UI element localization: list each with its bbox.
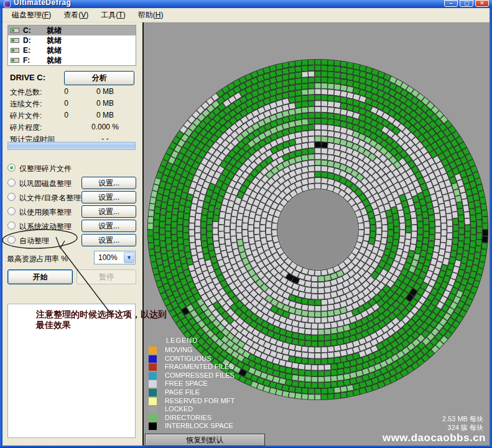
- block-size-text: 2.53 MB 每块: [442, 414, 483, 424]
- legend-label-1: CONTIGUOUS: [165, 355, 211, 362]
- method-row-4: 以系统波动整理设置...: [2, 220, 142, 233]
- progress-bar: [7, 142, 136, 150]
- legend-swatch-2: [149, 363, 157, 371]
- settings-button-3[interactable]: 设置...: [81, 205, 136, 218]
- stats-count: 0: [46, 87, 68, 96]
- disk-view-panel: LEGEND MOVINGCONTIGUOUSFRAGMENTED FILESC…: [142, 22, 490, 446]
- log-listbox[interactable]: [7, 304, 136, 438]
- legend-swatch-0: [149, 347, 157, 354]
- pause-button: 暂停: [77, 269, 136, 284]
- legend-swatch-6: [149, 398, 157, 405]
- method-label[interactable]: 以系统波动整理: [19, 222, 72, 232]
- legend-label-3: COMPRESSED FILES: [165, 371, 234, 379]
- legend-title: LEGEND: [166, 337, 198, 344]
- drive-icon: [11, 28, 19, 33]
- app-icon: [4, 1, 11, 7]
- radio-unselected-2[interactable]: [7, 193, 16, 201]
- drive-row-E[interactable]: E:就绪: [8, 45, 136, 55]
- app-window: UltimateDefrag – ▢ ✕ 磁盘整理(F)查看(V)工具(T)帮助…: [0, 0, 492, 448]
- drive-icon: [11, 58, 19, 63]
- method-row-1: 以巩固磁盘整理设置...: [2, 177, 142, 190]
- start-button[interactable]: 开始: [7, 269, 73, 284]
- resource-dropdown[interactable]: 100% ▼: [94, 251, 136, 264]
- stats-size: 0 MB: [78, 87, 132, 96]
- drive-status: 就绪: [47, 45, 62, 56]
- method-label[interactable]: 仅整理碎片文件: [19, 164, 72, 174]
- legend-swatch-1: [149, 355, 157, 363]
- stats-count: 0: [46, 99, 68, 108]
- legend-label-5: PAGE FILE: [165, 388, 200, 396]
- drive-row-F[interactable]: F:就绪: [8, 55, 136, 65]
- legend-swatch-3: [149, 372, 157, 380]
- stats-size: 0.000 %: [78, 123, 132, 131]
- watermark-text: www.daocaobbs.cn: [383, 432, 486, 444]
- settings-button-5[interactable]: 设置...: [81, 234, 136, 246]
- method-row-5: 自动整理设置...: [2, 234, 142, 248]
- drive-status: 就绪: [47, 35, 62, 46]
- radio-unselected-4[interactable]: [7, 222, 16, 230]
- drive-status: 就绪: [47, 55, 62, 66]
- legend-label-2: FRAGMENTED FILES: [165, 363, 234, 370]
- radio-unselected-5[interactable]: [7, 236, 16, 244]
- close-button[interactable]: ✕: [475, 0, 489, 7]
- stats-row-0: 文件总数:00 MB: [2, 87, 142, 98]
- legend-swatch-7: [149, 406, 157, 413]
- legend-label-4: FREE SPACE: [165, 380, 208, 387]
- settings-button-1[interactable]: 设置...: [81, 177, 136, 189]
- settings-button-2[interactable]: 设置...: [81, 191, 136, 203]
- window-border-right: [490, 8, 492, 446]
- drive-letter: D:: [23, 36, 47, 45]
- menu-item-1[interactable]: 查看(V): [58, 8, 94, 22]
- legend-label-6: RESERVED FOR MFT: [165, 397, 234, 404]
- method-label[interactable]: 以文件/目录名整理: [19, 193, 81, 203]
- method-label[interactable]: 以使用频率整理: [19, 207, 72, 218]
- drive-icon: [11, 38, 19, 43]
- chevron-down-icon[interactable]: ▼: [124, 252, 134, 263]
- legend-label-0: MOVING: [165, 346, 193, 353]
- method-label[interactable]: 以巩固磁盘整理: [19, 179, 72, 189]
- menu-bar: 磁盘整理(F)查看(V)工具(T)帮助(H): [2, 8, 490, 22]
- legend-swatch-4: [149, 380, 157, 388]
- legend-label-8: DIRECTORIES: [165, 414, 211, 421]
- stats-label: 碎片文件:: [10, 111, 42, 121]
- menu-item-0[interactable]: 磁盘整理(F): [6, 8, 57, 22]
- menu-item-2[interactable]: 工具(T): [95, 8, 131, 22]
- drive-letter: F:: [23, 56, 47, 65]
- stats-label: 文件总数:: [10, 87, 42, 98]
- stats-label: 碎片程度:: [10, 123, 42, 133]
- drive-letter: C:: [23, 26, 47, 35]
- legend-label-7: LOCKED: [165, 405, 193, 413]
- resource-dropdown-value: 100%: [98, 253, 118, 262]
- radio-selected-0[interactable]: [7, 164, 16, 172]
- radio-unselected-1[interactable]: [7, 179, 16, 187]
- legend-swatch-8: [149, 414, 157, 422]
- method-row-0: 仅整理碎片文件: [2, 162, 142, 175]
- drive-row-D[interactable]: D:就绪: [8, 35, 136, 45]
- restore-default-button[interactable]: 恢复到默认: [145, 434, 265, 446]
- settings-button-4[interactable]: 设置...: [81, 220, 136, 232]
- method-label[interactable]: 自动整理: [19, 236, 49, 246]
- legend-swatch-9: [149, 422, 157, 430]
- menu-item-3[interactable]: 帮助(H): [132, 8, 169, 22]
- control-panel: C:就绪D:就绪E:就绪F:就绪 DRIVE C: 分析 文件总数:00 MB连…: [2, 22, 142, 446]
- drive-row-C[interactable]: C:就绪: [8, 26, 136, 35]
- legend-swatch-5: [149, 389, 157, 396]
- stats-size: 0 MB: [78, 99, 132, 108]
- analyze-button[interactable]: 分析: [64, 71, 134, 85]
- legend-label-9: INTERBLOCK SPACE: [165, 422, 233, 429]
- stats-size: 0 MB: [78, 111, 132, 119]
- stats-count: 0: [46, 111, 68, 119]
- resource-usage-label: 最高资源占用率 %: [7, 254, 68, 264]
- drive-label: DRIVE C:: [10, 73, 45, 82]
- drive-list[interactable]: C:就绪D:就绪E:就绪F:就绪: [7, 25, 136, 66]
- stats-row-1: 连续文件:00 MB: [2, 99, 142, 110]
- drive-letter: E:: [23, 46, 47, 55]
- title-bar[interactable]: UltimateDefrag – ▢ ✕: [0, 0, 492, 8]
- maximize-button[interactable]: ▢: [460, 0, 473, 7]
- stats-label: 连续文件:: [10, 99, 42, 110]
- radio-unselected-3[interactable]: [7, 207, 16, 215]
- drive-status: 就绪: [47, 26, 62, 36]
- minimize-button[interactable]: –: [444, 0, 458, 7]
- method-row-2: 以文件/目录名整理设置...: [2, 191, 142, 205]
- method-row-3: 以使用频率整理设置...: [2, 205, 142, 219]
